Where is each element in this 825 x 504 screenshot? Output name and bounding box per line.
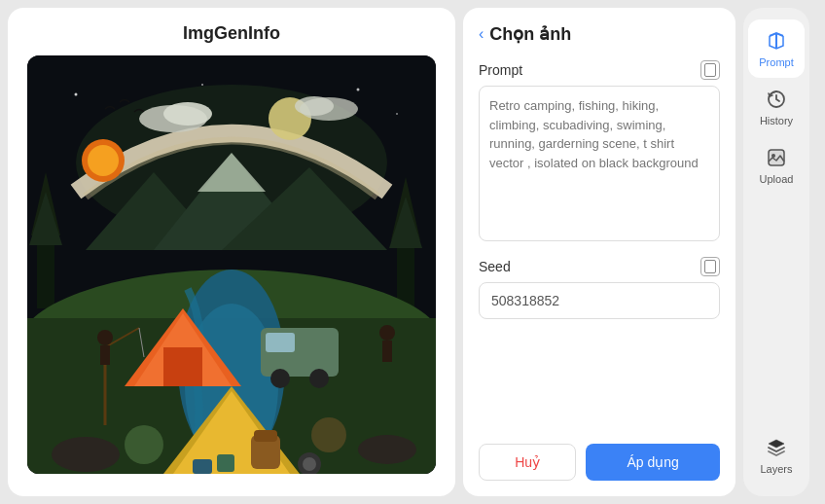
layers-nav-label: Layers xyxy=(760,463,792,475)
copy-prompt-button[interactable] xyxy=(700,60,720,80)
back-button[interactable]: ‹ xyxy=(479,25,484,43)
svg-rect-46 xyxy=(382,341,392,362)
prompt-section-header: Prompt xyxy=(479,60,720,80)
nav-layers[interactable]: Layers xyxy=(748,426,805,485)
svg-point-43 xyxy=(97,330,113,345)
seed-section: Seed xyxy=(479,257,720,319)
svg-point-4 xyxy=(88,145,119,176)
nav-history[interactable]: History xyxy=(748,78,805,136)
history-nav-label: History xyxy=(760,115,793,126)
svg-point-18 xyxy=(295,96,334,116)
panel-title: Chọn ảnh xyxy=(489,23,571,45)
svg-point-52 xyxy=(396,113,398,115)
right-panel: Prompt History Upload xyxy=(743,8,809,496)
button-row: Huỷ Áp dụng xyxy=(479,444,720,481)
svg-point-45 xyxy=(379,325,395,341)
svg-point-28 xyxy=(270,369,290,388)
svg-point-49 xyxy=(75,93,78,96)
svg-rect-25 xyxy=(163,347,202,386)
left-panel: ImgGenInfo xyxy=(8,8,455,496)
prompt-nav-label: Prompt xyxy=(759,56,793,68)
panel-header: ‹ Chọn ảnh xyxy=(479,23,720,45)
svg-point-32 xyxy=(125,425,163,464)
apply-button[interactable]: Áp dụng xyxy=(586,444,720,481)
upload-nav-label: Upload xyxy=(760,173,794,185)
svg-point-39 xyxy=(358,435,416,464)
seed-label: Seed xyxy=(479,259,511,274)
seed-section-header: Seed xyxy=(479,257,720,276)
copy-seed-button[interactable] xyxy=(700,257,720,276)
svg-point-50 xyxy=(201,84,203,86)
upload-icon xyxy=(765,146,788,169)
middle-panel: ‹ Chọn ảnh Prompt Seed Huỷ Áp dụng xyxy=(463,8,735,496)
svg-rect-27 xyxy=(266,333,295,352)
svg-rect-47 xyxy=(193,459,212,474)
svg-point-33 xyxy=(311,417,346,452)
svg-point-29 xyxy=(309,369,329,388)
image-container xyxy=(27,55,436,474)
prompt-label: Prompt xyxy=(479,62,522,78)
prompt-textarea[interactable] xyxy=(479,86,720,241)
seed-input[interactable] xyxy=(479,282,720,319)
layers-icon xyxy=(765,436,788,459)
app-title: ImgGenInfo xyxy=(183,23,280,44)
svg-point-37 xyxy=(303,457,316,471)
svg-point-16 xyxy=(163,102,212,126)
svg-point-38 xyxy=(52,437,120,472)
svg-point-51 xyxy=(357,89,360,91)
svg-rect-44 xyxy=(100,345,110,365)
svg-rect-48 xyxy=(217,454,234,472)
nav-upload[interactable]: Upload xyxy=(748,136,805,195)
cancel-button[interactable]: Huỷ xyxy=(479,444,576,481)
prompt-icon xyxy=(765,29,788,53)
svg-rect-35 xyxy=(254,430,277,442)
nav-prompt[interactable]: Prompt xyxy=(748,19,805,78)
history-icon xyxy=(765,88,788,111)
